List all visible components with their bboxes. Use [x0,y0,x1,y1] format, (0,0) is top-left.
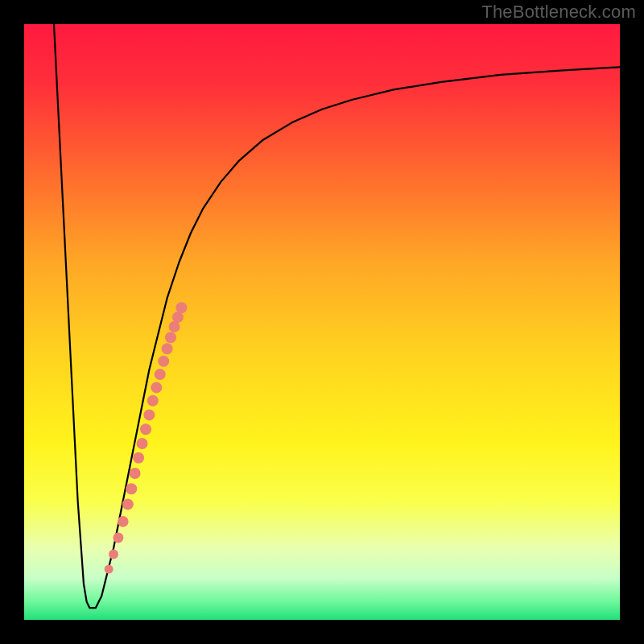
scatter-point [158,356,169,367]
scatter-point [143,409,155,420]
scatter-point [137,438,148,449]
scatter-point [172,312,184,323]
scatter-point [122,498,134,510]
scatter-point [113,532,123,543]
watermark-label: TheBottleneck.com [481,2,636,23]
scatter-point [126,483,137,494]
scatter-point [130,468,141,479]
scatter-point [140,423,151,435]
chart-frame: TheBottleneck.com [0,0,644,644]
scatter-point [109,550,118,559]
scatter-point [162,343,173,354]
scatter-point [105,565,114,574]
scatter-point [151,382,162,393]
gradient-background [24,24,620,620]
scatter-point [133,452,144,464]
scatter-point [155,369,166,380]
scatter-point [175,302,187,313]
plot-area [24,24,620,620]
scatter-point [118,516,129,527]
scatter-point [147,395,159,407]
scatter-point [165,332,176,343]
bottleneck-chart [24,24,620,620]
